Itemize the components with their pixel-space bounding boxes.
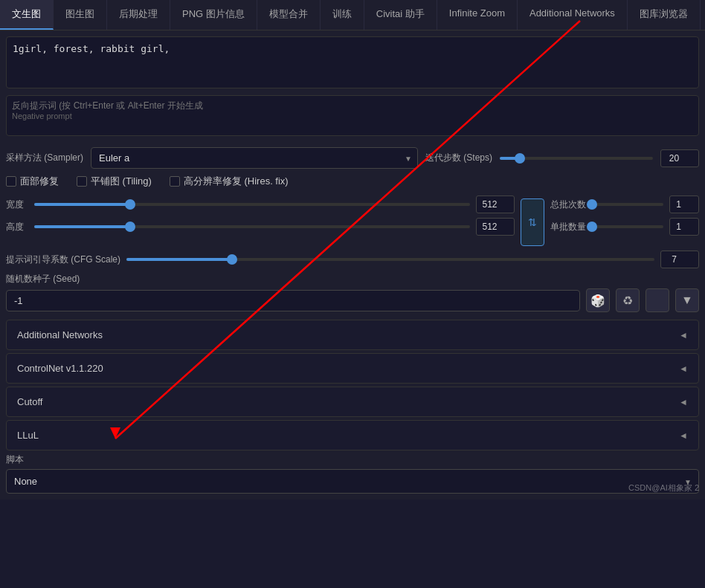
swap-wh-button[interactable]: ⇅: [521, 198, 544, 246]
batch-count-input[interactable]: [669, 196, 699, 213]
sampler-select[interactable]: Euler a: [91, 147, 418, 169]
height-label: 高度: [6, 221, 28, 233]
steps-slider-area: [500, 157, 653, 160]
llul-section: LLuL ◄: [6, 420, 699, 450]
sampler-steps-row: 采样方法 (Sampler) Euler a 迭代步数 (Steps): [6, 147, 699, 169]
face-restore-box: [6, 176, 16, 187]
controlnet-arrow: ◄: [679, 364, 688, 374]
script-label: 脚本: [6, 453, 699, 466]
tiling-checkbox[interactable]: 平铺图 (Tiling): [77, 175, 152, 188]
tab-infinitezoom[interactable]: Infinite Zoom: [437, 0, 518, 30]
tab-pnginfo[interactable]: PNG 图片信息: [170, 0, 257, 30]
seed-label: 随机数种子 (Seed): [6, 273, 699, 285]
cutoff-header[interactable]: Cutoff ◄: [7, 387, 698, 416]
face-restore-label: 面部修复: [20, 175, 59, 188]
seed-random-button[interactable]: 🎲: [586, 288, 610, 312]
additional-networks-section: Additional Networks ◄: [6, 320, 699, 350]
height-thumb[interactable]: [125, 222, 135, 232]
tiling-label: 平铺图 (Tiling): [91, 175, 152, 188]
width-thumb[interactable]: [125, 199, 135, 210]
width-input[interactable]: [476, 196, 515, 213]
cfg-scale-input[interactable]: [660, 251, 699, 268]
hires-fix-box: [170, 176, 180, 187]
batch-size-input[interactable]: [669, 218, 699, 236]
batch-size-label: 单批数量: [550, 221, 586, 233]
seed-row: 🎲 ♻ ▼: [6, 288, 699, 312]
llul-title: LLuL: [17, 430, 39, 441]
hires-fix-checkbox[interactable]: 高分辨率修复 (Hires. fix): [170, 175, 289, 188]
negative-prompt[interactable]: [6, 95, 699, 136]
additional-networks-title: Additional Networks: [17, 329, 103, 340]
wh-section: 宽度 高度: [6, 196, 515, 240]
additional-networks-arrow: ◄: [679, 330, 688, 340]
cfg-scale-label: 提示词引导系数 (CFG Scale): [6, 253, 120, 266]
llul-arrow: ◄: [679, 430, 688, 441]
cutoff-section: Cutoff ◄: [6, 387, 699, 417]
tab-train[interactable]: 训练: [321, 0, 364, 30]
hires-fix-label: 高分辨率修复 (Hires. fix): [184, 175, 289, 188]
steps-input[interactable]: [660, 149, 699, 167]
controlnet-section: ControlNet v1.1.220 ◄: [6, 353, 699, 384]
cfg-thumb[interactable]: [227, 254, 237, 265]
tab-txt2img[interactable]: 文生图: [0, 0, 54, 30]
tab-bar: 文生图 图生图 后期处理 PNG 图片信息 模型合并 训练 Civitai 助手…: [0, 0, 705, 30]
sampler-select-wrapper: Euler a: [91, 147, 418, 169]
tiling-box: [77, 176, 87, 187]
watermark: CSDN@AI相象家 2: [628, 482, 699, 494]
batch-section: 总批次数 单批数量: [550, 196, 699, 240]
llul-header[interactable]: LLuL ◄: [7, 421, 698, 450]
steps-thumb[interactable]: [515, 153, 525, 164]
batch-count-thumb[interactable]: [587, 199, 597, 210]
seed-input[interactable]: [6, 290, 580, 311]
controlnet-title: ControlNet v1.1.220: [17, 363, 103, 374]
script-select-wrap: None: [6, 469, 699, 494]
seed-dropdown-button[interactable]: ▼: [675, 288, 699, 312]
tab-filebrowser[interactable]: 图库浏览器: [628, 0, 701, 30]
tab-civitai[interactable]: Civitai 助手: [364, 0, 437, 30]
cutoff-arrow: ◄: [679, 397, 688, 407]
main-area: 反向提示词 (按 Ctrl+Enter 或 Alt+Enter 开始生成 Neg…: [0, 30, 705, 500]
controlnet-header[interactable]: ControlNet v1.1.220 ◄: [7, 354, 698, 383]
script-section: 脚本 None: [6, 453, 699, 494]
tab-merge[interactable]: 模型合并: [257, 0, 321, 30]
tab-additionalnetworks[interactable]: Additional Networks: [518, 0, 628, 30]
positive-prompt[interactable]: [6, 36, 699, 88]
width-label: 宽度: [6, 198, 28, 211]
face-restore-checkbox[interactable]: 面部修复: [6, 175, 59, 188]
seed-extra-button[interactable]: [646, 288, 669, 312]
tab-img2img[interactable]: 图生图: [54, 0, 107, 30]
tab-postprocess[interactable]: 后期处理: [107, 0, 170, 30]
batch-count-label: 总批次数: [550, 198, 586, 211]
sampler-label: 采样方法 (Sampler): [6, 152, 83, 164]
cutoff-title: Cutoff: [17, 396, 42, 407]
batch-size-thumb[interactable]: [587, 222, 597, 232]
script-select[interactable]: None: [6, 469, 699, 494]
checkboxes-row: 面部修复 平铺图 (Tiling) 高分辨率修复 (Hires. fix): [6, 175, 699, 188]
height-input[interactable]: [476, 218, 515, 236]
steps-label: 迭代步数 (Steps): [425, 152, 492, 164]
additional-networks-header[interactable]: Additional Networks ◄: [7, 320, 698, 349]
seed-recycle-button[interactable]: ♻: [616, 288, 640, 312]
